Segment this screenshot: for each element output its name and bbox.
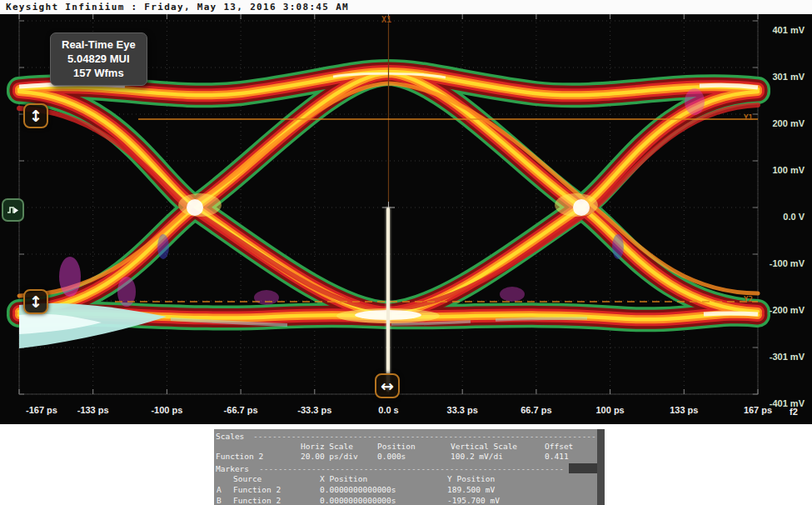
marker-a-source: Function 2 bbox=[233, 485, 281, 494]
x-axis-label: -100 ps bbox=[129, 405, 204, 415]
marker-b-x: 0.0000000000000s bbox=[320, 496, 396, 505]
y1-marker-label: Y1 bbox=[744, 113, 753, 122]
channel-f2-label: f2 bbox=[790, 407, 798, 417]
y-axis-label: -301 mV bbox=[770, 352, 805, 362]
x-axis-label: -66.7 ps bbox=[203, 405, 278, 415]
marker-a-id: A bbox=[217, 485, 222, 494]
y2-marker-label: Y2 bbox=[744, 295, 753, 303]
scales-header-horiz: Horiz Scale bbox=[301, 442, 353, 451]
y-axis-label: 200 mV bbox=[772, 118, 805, 128]
marker-b-source: Function 2 bbox=[233, 496, 281, 505]
y-axis-label: 100 mV bbox=[772, 165, 805, 175]
results-panel: Scales ---------------------------------… bbox=[214, 429, 605, 505]
scales-row-offset: 0.411 bbox=[545, 452, 569, 461]
x-axis-label: 100 ps bbox=[573, 405, 648, 415]
markers-header-x: X Position bbox=[320, 474, 367, 483]
horizontal-arrows-icon: ↔ bbox=[381, 378, 394, 394]
y2-marker-drag-handle[interactable]: ↕ bbox=[23, 289, 48, 314]
panel-vertical-scrollbar[interactable] bbox=[597, 429, 605, 505]
waveform-marker-icon bbox=[6, 203, 20, 218]
vertical-arrows-icon: ↕ bbox=[29, 108, 42, 124]
eye-measurement-chip[interactable]: Real-Time Eye 5.04829 MUI 157 Wfms bbox=[50, 32, 147, 86]
x-axis-label: -133 ps bbox=[56, 405, 131, 415]
scales-row-horiz: 20.00 ps/div bbox=[301, 452, 358, 461]
x-axis-label: -33.3 ps bbox=[277, 405, 352, 415]
x1-marker-label: X1 bbox=[381, 15, 391, 24]
y-axis-label: -200 mV bbox=[770, 305, 805, 315]
vertical-arrows-icon: ↕ bbox=[29, 294, 42, 310]
scales-rule: ----------------------------------------… bbox=[253, 432, 596, 441]
marker-b-y: -195.700 mV bbox=[447, 496, 500, 505]
x-axis-label: 33.3 ps bbox=[425, 405, 500, 415]
eye-waveform-count: 157 Wfms bbox=[62, 66, 136, 80]
scales-header-position: Position bbox=[377, 442, 416, 451]
panel-scrollbar-thumb[interactable] bbox=[569, 463, 597, 473]
scales-row-vertical: 100.2 mV/di bbox=[451, 452, 503, 461]
markers-header-y: Y Position bbox=[447, 474, 495, 483]
x-marker-drag-handle[interactable]: ↔ bbox=[375, 373, 400, 398]
y-axis-label: -100 mV bbox=[770, 258, 805, 268]
oscilloscope-screen: Keysight Infiniium : Friday, May 13, 201… bbox=[0, 0, 812, 505]
y-axis-label: -401 mV bbox=[770, 398, 805, 408]
x-axis-labels: -167 ps-133 ps-100 ps-66.7 ps-33.3 ps0.0… bbox=[0, 405, 762, 418]
marker-b-id: B bbox=[217, 496, 222, 505]
window-title-bar: Keysight Infiniium : Friday, May 13, 201… bbox=[0, 0, 812, 14]
marker-a-y: 189.500 mV bbox=[447, 485, 495, 494]
y-axis-label: 401 mV bbox=[772, 25, 805, 35]
x-axis-label: 66.7 ps bbox=[499, 405, 574, 415]
x-axis-label: 0.0 s bbox=[351, 405, 426, 415]
marker-a-x: 0.0000000000000s bbox=[320, 485, 396, 494]
marker-x-position-line[interactable] bbox=[386, 208, 390, 392]
markers-header-source: Source bbox=[233, 474, 262, 483]
waveform-reference-button[interactable] bbox=[2, 198, 24, 222]
window-title: Keysight Infiniium : Friday, May 13, 201… bbox=[6, 2, 349, 12]
y1-marker-drag-handle[interactable]: ↕ bbox=[23, 103, 48, 128]
scales-row-source: Function 2 bbox=[216, 452, 263, 461]
eye-interval-value: 5.04829 MUI bbox=[62, 52, 136, 66]
markers-section-label: Markers bbox=[216, 464, 249, 473]
scales-header-offset: Offset bbox=[545, 442, 573, 451]
scales-section-label: Scales bbox=[216, 432, 244, 441]
scales-row-position: 0.000s bbox=[377, 452, 406, 461]
y-axis-label: 301 mV bbox=[772, 72, 805, 82]
x-axis-label: 133 ps bbox=[646, 405, 721, 415]
y-axis-label: 0.0 V bbox=[783, 212, 805, 222]
eye-mode-label: Real-Time Eye bbox=[62, 38, 136, 52]
markers-rule: ----------------------------------------… bbox=[259, 464, 564, 473]
y-axis-labels: 401 mV301 mV200 mV100 mV0.0 V-100 mV-200… bbox=[756, 14, 812, 424]
scales-header-vertical: Vertical Scale bbox=[451, 442, 517, 451]
